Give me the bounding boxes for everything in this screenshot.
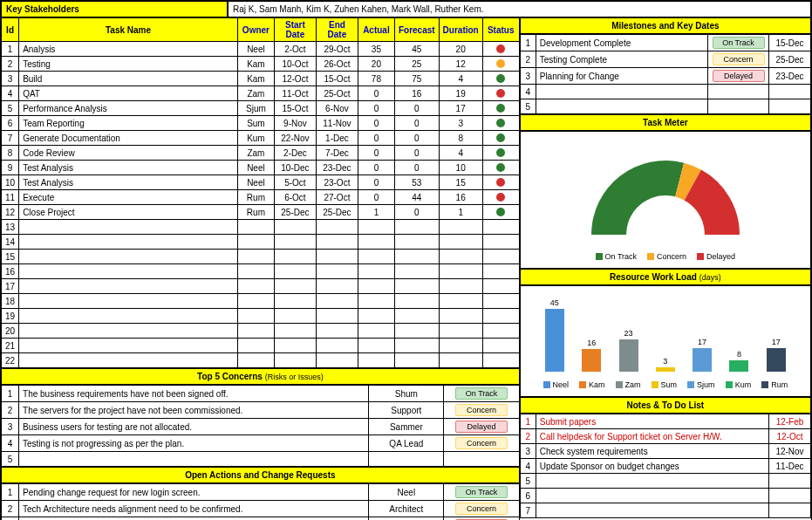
legend-item: Neel — [543, 380, 570, 389]
stakeholders-value[interactable]: Raj K, Sam Manh, Kim K, Zuhen Kahen, Mar… — [228, 1, 811, 17]
th-actual: Actual — [358, 18, 394, 42]
th-name: Task Name — [19, 18, 238, 42]
status-dot-icon — [496, 119, 505, 127]
legend-item: Concern — [647, 252, 686, 261]
legend-item: Kum — [726, 380, 752, 389]
concerns-header: Top 5 Concerns (Risks or Issues) — [1, 368, 520, 385]
milestones-table: 1Development CompleteOn Track15-Dec2Test… — [520, 34, 811, 114]
task-row[interactable]: 7Generate DocumentationKum22-Nov1-Dec008 — [2, 131, 520, 146]
task-row[interactable]: 6Team ReportingSum9-Nov11-Nov003 — [2, 116, 520, 131]
actions-table: 1Pending change request for new login sc… — [1, 483, 520, 520]
status-dot-icon — [496, 163, 505, 172]
th-end: End Date — [316, 18, 358, 42]
note-row[interactable]: 1Submit papers12-Feb — [520, 414, 810, 429]
status-dot-icon — [496, 59, 505, 68]
note-row[interactable]: 6 — [520, 489, 810, 503]
task-row-empty[interactable]: 15 — [2, 250, 520, 264]
tasks-table: Id Task Name Owner Start Date End Date A… — [1, 17, 520, 368]
bar-item: 8 — [726, 350, 752, 372]
legend-item: Delayed — [697, 252, 735, 261]
th-start: Start Date — [274, 18, 316, 42]
task-row-empty[interactable]: 19 — [2, 309, 520, 324]
issue-row[interactable]: 3Customer impact assessmentSMEDelayed — [2, 517, 520, 521]
milestone-row[interactable]: 2Testing CompleteConcern25-Dec — [520, 51, 810, 68]
bar-item: 3 — [652, 357, 679, 372]
task-row[interactable]: 4QATZam11-Oct25-Oct01619 — [2, 86, 520, 101]
issue-row[interactable]: 1Pending change request for new login sc… — [2, 484, 520, 501]
bar-item: 16 — [578, 339, 604, 372]
milestone-row[interactable]: 1Development CompleteOn Track15-Dec — [520, 35, 810, 51]
legend-item: Sum — [652, 380, 678, 389]
status-dot-icon — [496, 104, 505, 113]
note-row[interactable]: 7 — [520, 503, 810, 518]
bar-item: 17 — [763, 338, 789, 372]
issue-row[interactable]: 2The servers for the project have not be… — [2, 402, 520, 419]
status-dot-icon — [496, 133, 505, 142]
task-row[interactable]: 3BuildKam12-Oct15-Oct78754 — [2, 72, 520, 86]
status-dot-icon — [496, 74, 505, 83]
issue-row[interactable]: 1The business requirements have not been… — [2, 386, 520, 402]
th-duration: Duration — [439, 18, 482, 42]
task-row-empty[interactable]: 22 — [2, 353, 520, 368]
task-row[interactable]: 12Close ProjectRum25-Dec25-Dec101 — [2, 205, 520, 220]
task-row[interactable]: 9Test AnalysisNeel10-Dec23-Dec0010 — [2, 161, 520, 175]
status-dot-icon — [496, 44, 505, 53]
task-row-empty[interactable]: 13 — [2, 220, 520, 235]
th-status: Status — [482, 18, 519, 42]
status-dot-icon — [496, 148, 505, 157]
taskmeter-header: Task Meter — [520, 114, 811, 131]
task-row-empty[interactable]: 17 — [2, 279, 520, 294]
legend-item: Zam — [616, 380, 641, 389]
left-panel: Id Task Name Owner Start Date End Date A… — [1, 17, 520, 520]
th-id: Id — [2, 18, 19, 42]
legend-item: Rum — [761, 380, 788, 389]
stakeholders-row: Key Stakeholders Raj K, Sam Manh, Kim K,… — [1, 1, 811, 17]
issue-row[interactable]: 3Business users for testing are not allo… — [2, 419, 520, 435]
task-row[interactable]: 10Test AnalysisNeel5-Oct23-Oct05315 — [2, 175, 520, 190]
status-dot-icon — [496, 208, 505, 216]
task-row-empty[interactable]: 21 — [2, 339, 520, 353]
note-row[interactable]: 3Check system requirements12-Nov — [520, 444, 810, 459]
stakeholders-label: Key Stakeholders — [1, 1, 228, 17]
task-row-empty[interactable]: 18 — [2, 294, 520, 309]
issue-row[interactable]: 5 — [2, 452, 520, 467]
workload-chart: 451623317817 NeelKamZamSumSjumKumRum — [520, 285, 811, 397]
status-dot-icon — [496, 89, 505, 98]
task-row-empty[interactable]: 20 — [2, 324, 520, 339]
task-row[interactable]: 8Code ReviewZam2-Dec7-Dec004 — [2, 146, 520, 161]
status-dot-icon — [496, 178, 505, 187]
notes-header: Notes & To Do List — [520, 397, 811, 414]
actions-header: Open Actions and Change Requests — [1, 467, 520, 483]
task-row[interactable]: 5Performance AnalysisSjum15-Oct6-Nov0017 — [2, 101, 520, 116]
task-row-empty[interactable]: 14 — [2, 235, 520, 250]
bar-item: 45 — [542, 298, 568, 372]
issue-row[interactable]: 4Testing is not progressing as per the p… — [2, 435, 520, 452]
dashboard: Key Stakeholders Raj K, Sam Manh, Kim K,… — [0, 0, 812, 520]
th-forecast: Forecast — [394, 18, 439, 42]
task-row[interactable]: 2TestingKam10-Oct26-Oct202512 — [2, 57, 520, 72]
legend-item: Sjum — [687, 380, 715, 389]
th-owner: Owner — [237, 18, 274, 42]
task-row-empty[interactable]: 16 — [2, 264, 520, 279]
right-panel: Milestones and Key Dates 1Development Co… — [520, 17, 811, 520]
milestone-row-empty[interactable]: 4 — [520, 85, 810, 99]
bar-item: 17 — [689, 338, 715, 372]
legend-item: Kam — [579, 380, 605, 389]
note-row[interactable]: 4Update Sponsor on budget changes11-Dec — [520, 459, 810, 474]
issue-row[interactable]: 2Tech Architecture needs alignment need … — [2, 501, 520, 517]
note-row[interactable]: 5 — [520, 474, 810, 489]
gauge-icon — [578, 147, 753, 235]
milestone-row[interactable]: 3Planning for ChangeDelayed23-Dec — [520, 68, 810, 85]
note-row[interactable]: 2Call helpdesk for Support ticket on Ser… — [520, 429, 810, 444]
legend-item: On Track — [596, 252, 638, 261]
notes-table: 1Submit papers12-Feb2Call helpdesk for S… — [520, 414, 811, 518]
workload-header: Resource Work Load (days) — [520, 269, 811, 285]
task-row[interactable]: 1AnalysisNeel2-Oct29-Oct354520 — [2, 42, 520, 57]
status-dot-icon — [496, 193, 505, 202]
milestone-row-empty[interactable]: 5 — [520, 99, 810, 114]
task-row[interactable]: 11ExecuteRum6-Oct27-Oct04416 — [2, 190, 520, 205]
taskmeter-chart: On TrackConcernDelayed — [520, 131, 811, 269]
milestones-header: Milestones and Key Dates — [520, 17, 811, 34]
bar-item: 23 — [616, 329, 642, 372]
concerns-table: 1The business requirements have not been… — [1, 385, 520, 467]
